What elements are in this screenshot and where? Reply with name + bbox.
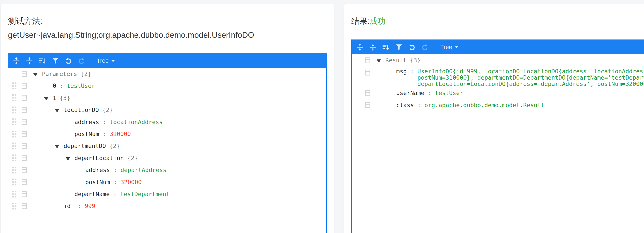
context-menu-icon[interactable] (22, 83, 27, 89)
json-key[interactable]: postNum (74, 130, 99, 137)
tree-row: address : locationAddress (8, 116, 326, 128)
tree-row: address : departAddress (8, 164, 326, 176)
context-menu-icon[interactable] (365, 102, 370, 108)
json-value[interactable]: testDepartment (120, 191, 170, 198)
drag-handle-icon[interactable] (12, 178, 16, 186)
json-value: org.apache.dubbo.demo.model.Result (424, 102, 544, 108)
tree-row: departLocation{2} (8, 152, 326, 164)
expand-all-icon[interactable] (356, 42, 364, 52)
context-menu-icon[interactable] (22, 155, 27, 161)
parameters-json-editor: TreeParameters[2]0 : testUser1{3}locatio… (8, 53, 327, 233)
context-menu-icon[interactable] (22, 95, 27, 101)
redo-icon[interactable] (421, 42, 428, 52)
drag-handle-icon[interactable] (12, 94, 16, 101)
context-menu-icon[interactable] (22, 119, 27, 125)
json-key[interactable]: id (64, 203, 71, 209)
test-method-title: 测试方法: getUser~java.lang.String;org.apach… (8, 14, 254, 42)
context-menu-icon[interactable] (22, 143, 27, 149)
collapse-triangle-icon[interactable] (66, 157, 70, 160)
context-menu-icon[interactable] (22, 203, 27, 209)
drag-handle-icon[interactable] (12, 191, 16, 198)
json-key[interactable]: postNum (85, 179, 110, 186)
result-label: 结果: (351, 17, 370, 26)
drag-handle-icon[interactable] (12, 166, 16, 174)
tree-row: 0 : testUser (8, 80, 326, 92)
json-key: class (396, 102, 414, 108)
tree-row: departmentDO{2} (8, 140, 326, 152)
tree-row: msg : UserInfoDO{id=999, locationDO=Loca… (352, 66, 644, 87)
child-count-badge: {2} (109, 142, 120, 149)
drag-handle-icon[interactable] (12, 130, 16, 138)
collapse-triangle-icon[interactable] (377, 60, 381, 63)
collapse-triangle-icon[interactable] (55, 109, 59, 112)
tree-view: Parameters[2]0 : testUser1{3}locationDO{… (8, 68, 326, 212)
key-value-separator: : (71, 203, 85, 209)
json-value[interactable]: locationAddress (110, 119, 163, 126)
context-menu-icon[interactable] (22, 191, 27, 197)
context-menu-icon[interactable] (22, 131, 27, 137)
filter-icon[interactable] (395, 42, 402, 52)
redo-icon[interactable] (78, 56, 85, 66)
json-key: Result (385, 57, 406, 64)
chevron-down-icon (111, 60, 115, 62)
undo-icon[interactable] (65, 56, 72, 66)
mode-label: Tree (97, 58, 109, 64)
tree-row: Result{3} (352, 54, 644, 66)
drag-handle-icon[interactable] (12, 203, 16, 210)
sort-icon[interactable] (382, 42, 390, 52)
json-key[interactable]: departLocation (74, 155, 124, 162)
collapse-all-icon[interactable] (369, 42, 376, 52)
mode-dropdown[interactable]: Tree (97, 58, 115, 64)
chevron-down-icon (455, 46, 458, 48)
json-value[interactable]: testUser (67, 82, 95, 89)
drag-handle-icon[interactable] (12, 106, 16, 114)
key-value-separator: : (110, 179, 121, 186)
undo-icon[interactable] (408, 42, 416, 52)
mode-dropdown[interactable]: Tree (440, 44, 458, 50)
json-value[interactable]: 320000 (121, 179, 142, 186)
tree-view: Result{3}msg : UserInfoDO{id=999, locati… (352, 54, 644, 111)
tree-row: userName : testUser (352, 87, 644, 99)
tree-row: 1{3} (8, 92, 326, 104)
mode-label: Tree (440, 44, 452, 50)
key-value-separator: : (110, 166, 121, 173)
tree-row: postNum : 310000 (8, 128, 326, 140)
context-menu-icon[interactable] (22, 107, 27, 113)
collapse-triangle-icon[interactable] (44, 97, 48, 100)
json-key: msg (396, 68, 407, 75)
json-key[interactable]: 0 (53, 82, 56, 89)
result-status: 成功 (370, 17, 386, 26)
filter-icon[interactable] (52, 56, 59, 66)
key-value-separator: : (414, 102, 424, 108)
child-count-badge: [2] (81, 70, 91, 77)
json-key[interactable]: departmentDO (64, 142, 106, 149)
context-menu-icon[interactable] (365, 90, 370, 96)
json-key[interactable]: 1 (53, 94, 56, 101)
json-key[interactable]: address (74, 119, 99, 126)
key-value-separator: : (424, 90, 435, 96)
context-menu-icon[interactable] (22, 167, 27, 173)
context-menu-icon[interactable] (22, 71, 27, 77)
drag-handle-icon[interactable] (12, 118, 16, 126)
context-menu-icon[interactable] (365, 57, 370, 63)
drag-handle-icon[interactable] (12, 154, 16, 162)
child-count-badge: {3} (410, 57, 421, 64)
drag-handle-icon[interactable] (12, 142, 16, 150)
collapse-triangle-icon[interactable] (55, 145, 59, 148)
json-key[interactable]: locationDO (64, 106, 99, 113)
collapse-triangle-icon[interactable] (33, 73, 38, 76)
context-menu-icon[interactable] (365, 70, 370, 76)
tree-row: departName : testDepartment (8, 188, 326, 200)
json-value[interactable]: departAddress (121, 166, 166, 173)
json-key[interactable]: departName (74, 191, 110, 198)
key-value-separator: : (99, 130, 110, 137)
child-count-badge: {2} (127, 155, 138, 162)
json-key[interactable]: address (85, 166, 110, 173)
json-value[interactable]: 310000 (110, 130, 131, 137)
drag-handle-icon[interactable] (12, 82, 16, 90)
context-menu-icon[interactable] (22, 179, 27, 185)
json-value[interactable]: 999 (85, 203, 96, 209)
collapse-all-icon[interactable] (26, 56, 33, 66)
sort-icon[interactable] (38, 56, 46, 66)
expand-all-icon[interactable] (12, 56, 20, 66)
